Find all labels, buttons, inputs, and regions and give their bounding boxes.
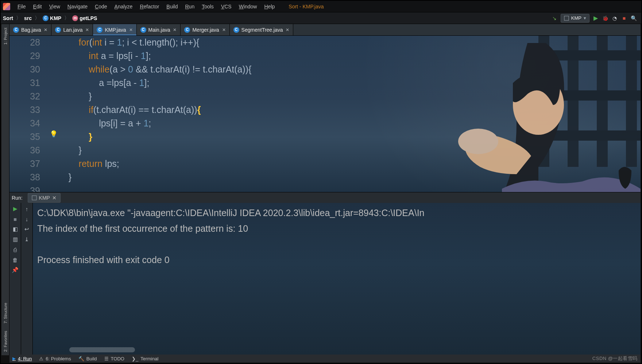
line-number: 33 [9,103,50,117]
editor-tab[interactable]: CKMP.java✕ [93,24,136,35]
class-icon: C [140,27,146,33]
line-number: 32 [9,90,50,103]
gutter-cell[interactable] [50,90,58,103]
run-config-tab[interactable]: KMP ✕ [28,193,61,203]
code-line[interactable] [58,184,641,192]
debug-button[interactable]: 🐞 [602,15,608,21]
layout-icon[interactable]: ▥ [12,236,19,243]
line-number: 36 [9,144,50,157]
menu-build[interactable]: Build [163,1,181,12]
editor-tab[interactable]: CLan.java✕ [51,24,93,35]
editor-tab[interactable]: CSegmentTree.java✕ [230,24,294,35]
trash-icon[interactable]: 🗑 [12,256,19,263]
editor-area: CBag.java✕CLan.java✕CKMP.java✕CMain.java… [9,24,641,192]
menu-file[interactable]: File [14,1,30,12]
structure-tool-button[interactable]: 7: Structure [3,299,8,327]
build-tool-tab[interactable]: 🔨 Build [78,356,97,361]
editor-tab-label: SegmentTree.java [241,27,283,33]
menu-navigate[interactable]: Navigate [64,1,91,12]
run-tool-tab[interactable]: ▶ 4: Run [12,356,32,361]
editor-tab[interactable]: CMain.java✕ [137,24,181,35]
scroll-to-end-icon[interactable]: ⤓ [23,236,31,243]
menu-run[interactable]: Run [181,1,198,12]
gutter-cell[interactable] [50,49,58,63]
code-line[interactable]: if(t.charAt(i) == t.charAt(a)){ [58,103,641,117]
code-line[interactable]: lps[i] = a + 1; [58,117,641,130]
console-output[interactable]: C:\JDK\8\bin\java.exe "-javaagent:C:\IDE… [33,203,641,355]
menu-analyze[interactable]: Analyze [111,1,136,12]
menu-tools[interactable]: Tools [198,1,217,12]
build-hammer-icon[interactable]: ↘ [551,15,558,21]
menu-bar: FileEditViewNavigateCodeAnalyzeRefactorB… [1,1,641,12]
horizontal-scrollbar-thumb[interactable] [69,347,135,352]
menu-window[interactable]: Window [235,1,261,12]
close-icon[interactable]: ✕ [85,27,89,32]
code-line[interactable]: while(a > 0 && t.charAt(i) != t.charAt(a… [58,63,641,76]
crumb-method[interactable]: m getLPS [72,15,97,21]
pin-icon[interactable]: 📌 [12,266,19,274]
stop-button[interactable]: ■ [621,15,627,21]
terminal-tool-tab[interactable]: ❯_ Terminal [132,356,158,361]
crumb-src[interactable]: src [24,15,32,21]
gutter-cell[interactable] [50,103,58,117]
close-icon[interactable]: ✕ [52,195,57,201]
code-line[interactable]: return lps; [58,157,641,171]
gutter-cell[interactable]: 💡 [50,130,58,144]
close-icon[interactable]: ✕ [222,27,226,32]
code-line[interactable]: a =lps[a - 1]; [58,76,641,90]
menu-vcs[interactable]: VCS [217,1,235,12]
gutter-cell[interactable] [50,171,58,184]
line-number: 30 [9,63,50,76]
close-icon[interactable]: ✕ [286,27,289,32]
gutter-cell[interactable] [50,157,58,171]
class-icon: C [13,27,19,33]
class-icon: C [43,15,49,21]
todo-tool-tab[interactable]: ☰ TODO [104,356,124,361]
code-line[interactable]: } [58,171,641,184]
run-title: Run: [12,195,23,201]
editor-tab[interactable]: CMerger.java✕ [181,24,229,35]
stop-button[interactable]: ■ [12,215,19,223]
run-button[interactable]: ▶ [592,15,599,21]
play-icon: ▶ [12,356,16,361]
close-icon[interactable]: ✕ [129,27,133,32]
editor-tab[interactable]: CBag.java✕ [9,24,51,35]
crumb-class[interactable]: C KMP [43,15,61,21]
up-icon[interactable]: ↑ [23,205,31,212]
soft-wrap-icon[interactable]: ↩ [23,226,31,233]
problems-tool-tab[interactable]: ⚠ 6: Problems [39,356,71,361]
gutter-cell[interactable] [50,76,58,90]
console-text: C:\JDK\8\bin\java.exe "-javaagent:C:\IDE… [37,208,425,265]
camera-icon[interactable]: ◧ [12,226,19,233]
code-line[interactable]: int a = lps[i - 1]; [58,49,641,63]
close-icon[interactable]: ✕ [44,27,47,32]
code-line[interactable]: } [58,144,641,157]
rerun-button[interactable]: ▶ [12,205,19,212]
coverage-button[interactable]: ◔ [611,15,618,21]
menu-code[interactable]: Code [91,1,111,12]
menu-refactor[interactable]: Refactor [136,1,163,12]
code-line[interactable]: } [58,90,641,103]
menu-edit[interactable]: Edit [30,1,46,12]
editor-tab-label: Main.java [148,27,170,33]
down-icon[interactable]: ↓ [23,215,31,223]
line-number: 29 [9,49,50,63]
code-editor[interactable]: 28 for(int i = 1; i < t.length(); i++){2… [9,36,641,192]
gutter-cell[interactable] [50,36,58,49]
menu-view[interactable]: View [46,1,64,12]
close-icon[interactable]: ✕ [173,27,177,32]
gutter-cell[interactable] [50,184,58,192]
print-icon[interactable]: ⎙ [12,246,19,253]
code-line[interactable]: for(int i = 1; i < t.length(); i++){ [58,36,641,49]
favorites-tool-button[interactable]: 2: Favorites [3,327,8,355]
gutter-cell[interactable] [50,63,58,76]
menu-help[interactable]: Help [260,1,278,12]
intention-bulb-icon[interactable]: 💡 [50,130,58,138]
crumb-root[interactable]: Sort [3,15,13,21]
gutter-cell[interactable] [50,144,58,157]
editor-tab-label: Lan.java [63,27,82,33]
code-line[interactable]: } [58,130,641,144]
project-tool-button[interactable]: 1: Project [3,24,8,48]
run-config-selector[interactable]: KMP ▾ [561,14,589,23]
search-everywhere-button[interactable]: 🔍 [630,15,637,21]
